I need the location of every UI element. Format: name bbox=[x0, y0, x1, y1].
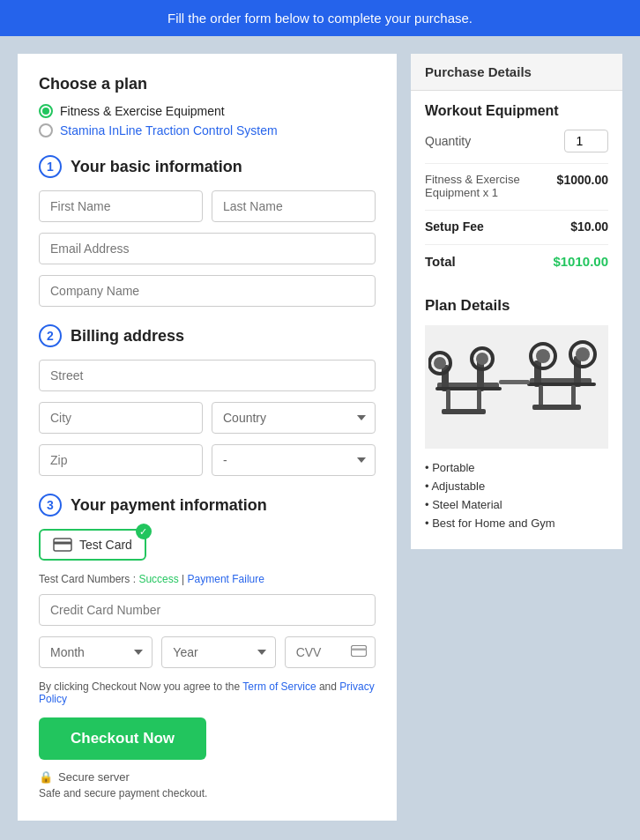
secure-label: Secure server bbox=[58, 770, 130, 784]
setup-row: Setup Fee $10.00 bbox=[425, 210, 608, 234]
top-banner: Fill the order form below to complete yo… bbox=[0, 0, 640, 36]
plan-option-2-label: Stamina InLine Traction Control System bbox=[60, 123, 278, 138]
svg-rect-1 bbox=[54, 542, 71, 545]
total-label: Total bbox=[425, 254, 456, 269]
check-badge-icon: ✓ bbox=[136, 524, 152, 539]
basic-info-header: 1 Your basic information bbox=[39, 155, 376, 178]
terms-of-service-link[interactable]: Term of Service bbox=[242, 680, 316, 693]
svg-rect-2 bbox=[351, 646, 366, 657]
plan-details-title: Plan Details bbox=[425, 297, 608, 315]
card-label: Test Card bbox=[79, 538, 132, 552]
setup-price: $10.00 bbox=[570, 219, 608, 234]
plan-feature-item: Best for Home and Gym bbox=[425, 517, 608, 530]
quantity-row: Quantity bbox=[425, 130, 608, 152]
state-select[interactable]: - bbox=[212, 444, 376, 476]
svg-rect-14 bbox=[442, 409, 486, 414]
left-panel: Choose a plan Fitness & Exercise Equipme… bbox=[18, 54, 397, 821]
step-3-badge: 3 bbox=[39, 494, 62, 517]
svg-point-18 bbox=[536, 349, 550, 363]
city-input[interactable] bbox=[39, 402, 203, 434]
svg-rect-22 bbox=[527, 383, 596, 386]
svg-point-21 bbox=[576, 347, 590, 361]
city-country-row: Country bbox=[39, 402, 376, 434]
total-price: $1010.00 bbox=[553, 254, 608, 269]
payment-title: Your payment information bbox=[71, 496, 267, 515]
right-panel: Purchase Details Workout Equipment Quant… bbox=[411, 54, 622, 549]
billing-title: Billing address bbox=[71, 327, 184, 346]
plan-option-2[interactable]: Stamina InLine Traction Control System bbox=[39, 123, 376, 138]
svg-point-7 bbox=[434, 357, 446, 369]
plan-feature-item: Steel Material bbox=[425, 498, 608, 511]
purchase-details-header: Purchase Details bbox=[411, 54, 622, 91]
item-price-row: Fitness & Exercise Equipment x 1 $1000.0… bbox=[425, 163, 608, 199]
email-row bbox=[39, 233, 376, 264]
svg-rect-23 bbox=[539, 385, 543, 407]
cvv-wrapper bbox=[285, 636, 376, 668]
cc-number-input[interactable] bbox=[39, 594, 376, 626]
svg-rect-11 bbox=[435, 387, 502, 390]
svg-rect-3 bbox=[351, 649, 366, 651]
quantity-label: Quantity bbox=[425, 134, 471, 148]
basic-info-title: Your basic information bbox=[71, 158, 242, 176]
credit-card-icon bbox=[53, 538, 72, 552]
test-card-failure-link[interactable]: Payment Failure bbox=[188, 573, 264, 585]
banner-text: Fill the order form below to complete yo… bbox=[167, 11, 473, 26]
svg-point-10 bbox=[476, 353, 488, 365]
svg-rect-8 bbox=[477, 361, 484, 391]
plan-feature-item: Portable bbox=[425, 461, 608, 474]
terms-text: By clicking Checkout Now you agree to th… bbox=[39, 680, 376, 705]
workout-equipment-title: Workout Equipment bbox=[425, 103, 608, 119]
item-price: $1000.00 bbox=[557, 173, 608, 187]
plan-feature-item: Adjustable bbox=[425, 479, 608, 493]
zip-state-row: - bbox=[39, 444, 376, 476]
svg-rect-25 bbox=[532, 405, 581, 410]
svg-rect-13 bbox=[477, 390, 481, 412]
payment-header: 3 Your payment information bbox=[39, 494, 376, 517]
test-card-info: Test Card Numbers : Success | Payment Fa… bbox=[39, 573, 376, 585]
svg-rect-0 bbox=[54, 539, 71, 551]
plan-option-1-label: Fitness & Exercise Equipment bbox=[60, 104, 225, 118]
zip-input[interactable] bbox=[39, 444, 203, 476]
step-2-badge: 2 bbox=[39, 324, 62, 347]
radio-empty-icon bbox=[39, 123, 53, 138]
plan-details-section: Plan Details bbox=[411, 285, 622, 530]
svg-rect-24 bbox=[571, 385, 576, 407]
month-select[interactable]: Month 01020304 05060708 09101112 bbox=[39, 636, 153, 668]
item-label: Fitness & Exercise Equipment x 1 bbox=[425, 173, 557, 199]
radio-filled-icon bbox=[39, 104, 53, 118]
total-row: Total $1010.00 bbox=[425, 244, 608, 269]
name-row bbox=[39, 190, 376, 222]
test-card-label: Test Card Numbers : bbox=[39, 573, 136, 585]
test-card-success-link[interactable]: Success bbox=[138, 573, 178, 585]
plan-option-1[interactable]: Fitness & Exercise Equipment bbox=[39, 104, 376, 118]
street-row bbox=[39, 360, 376, 391]
country-select[interactable]: Country bbox=[212, 402, 376, 434]
plan-features-list: PortableAdjustableSteel MaterialBest for… bbox=[425, 461, 608, 530]
checkout-button[interactable]: Checkout Now bbox=[39, 717, 206, 760]
plan-section-title: Choose a plan bbox=[39, 75, 376, 93]
company-input[interactable] bbox=[39, 275, 376, 307]
last-name-input[interactable] bbox=[212, 190, 376, 222]
billing-header: 2 Billing address bbox=[39, 324, 376, 347]
cvv-card-icon bbox=[351, 644, 367, 660]
equipment-image bbox=[425, 325, 608, 449]
cc-number-row bbox=[39, 594, 376, 626]
setup-label: Setup Fee bbox=[425, 219, 484, 234]
purchase-details-body: Workout Equipment Quantity Fitness & Exe… bbox=[411, 91, 622, 285]
plan-section: Choose a plan Fitness & Exercise Equipme… bbox=[39, 75, 376, 138]
street-input[interactable] bbox=[39, 360, 376, 391]
card-selector[interactable]: ✓ Test Card bbox=[39, 529, 146, 561]
secure-row: 🔒 Secure server bbox=[39, 770, 376, 784]
expiry-cvv-row: Month 01020304 05060708 09101112 Year 20… bbox=[39, 636, 376, 668]
quantity-input[interactable] bbox=[564, 130, 608, 152]
svg-rect-12 bbox=[446, 390, 450, 412]
safe-text: Safe and secure payment checkout. bbox=[39, 787, 376, 799]
email-input[interactable] bbox=[39, 233, 376, 264]
svg-rect-26 bbox=[499, 380, 530, 384]
company-row bbox=[39, 275, 376, 307]
step-1-badge: 1 bbox=[39, 155, 62, 178]
year-select[interactable]: Year 20242025202620272028 bbox=[161, 636, 275, 668]
lock-icon: 🔒 bbox=[39, 770, 53, 784]
first-name-input[interactable] bbox=[39, 190, 203, 222]
